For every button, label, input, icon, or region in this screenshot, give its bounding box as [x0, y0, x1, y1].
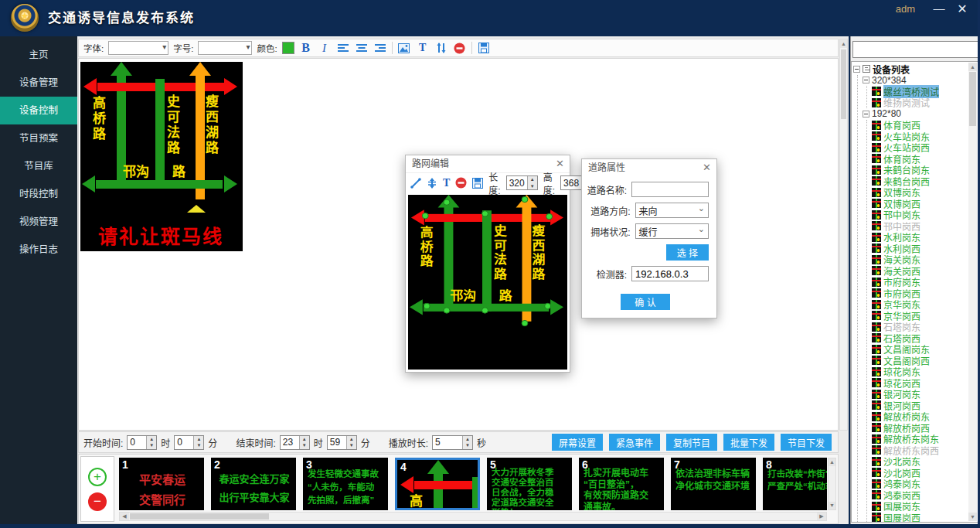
end-hour-spinner[interactable]: 23▲▼ [280, 435, 310, 450]
road-node-handle[interactable] [481, 210, 488, 216]
start-minute-spinner[interactable]: 0▲▼ [174, 435, 204, 450]
device-label[interactable]: 维扬岗测试 [883, 96, 930, 109]
insert-image-icon[interactable] [397, 41, 411, 55]
spin-up-icon[interactable]: ▲ [194, 436, 203, 443]
text-tool-icon[interactable]: T [416, 41, 430, 55]
select-detector-button[interactable]: 选 择 [666, 244, 709, 261]
spin-up-icon[interactable]: ▲ [300, 436, 309, 443]
text-tool-icon[interactable]: T [443, 176, 450, 189]
road-network-tool-icon[interactable] [434, 41, 448, 55]
road-node-handle[interactable] [544, 303, 551, 309]
font-size-select[interactable] [198, 41, 252, 55]
program-thumbnail-3[interactable]: 3发生轻微交通事故“人未伤，车能动先拍照，后撤离” [303, 458, 388, 510]
delete-icon[interactable] [453, 41, 467, 55]
action-button-4[interactable]: 批量下发 [723, 434, 774, 451]
sidebar-item-1[interactable]: 主页 [0, 41, 77, 69]
end-minute-spinner[interactable]: 59▲▼ [327, 435, 357, 450]
scroll-up-icon[interactable]: ▲ [829, 458, 835, 466]
align-right-icon[interactable] [373, 41, 387, 55]
device-search-input[interactable] [852, 41, 980, 58]
add-program-button[interactable]: + [88, 468, 107, 486]
line-tool-icon[interactable] [410, 176, 421, 189]
sidebar-item-8[interactable]: 操作日志 [0, 236, 77, 264]
sidebar-item-7[interactable]: 视频管理 [0, 208, 77, 236]
sidebar-item-5[interactable]: 节目库 [0, 152, 77, 180]
road-network-canvas[interactable]: 高桥路史可法路瘦西湖路邗沟路 [408, 195, 567, 370]
spin-up-icon[interactable]: ▲ [528, 176, 537, 183]
tree-vertical-scrollbar[interactable]: ▲ ▼ [968, 63, 977, 521]
scroll-down-icon[interactable]: ▼ [829, 502, 835, 509]
bold-icon[interactable]: B [299, 41, 313, 55]
road-node-handle[interactable] [481, 307, 488, 313]
program-thumbnail-7[interactable]: 7依法治理非标车辆 净化城市交通环境 [671, 458, 756, 510]
font-select[interactable] [108, 41, 168, 55]
length-spinner[interactable]: 320▲▼ [506, 175, 538, 190]
scrollbar-thumb[interactable] [130, 513, 269, 519]
sidebar-item-3[interactable]: 设备控制 [0, 97, 77, 124]
collapse-icon[interactable] [863, 111, 869, 118]
road-node-handle[interactable] [522, 196, 529, 203]
save-icon[interactable] [477, 41, 491, 55]
device-label[interactable]: 国展岗西 [883, 511, 920, 523]
spin-down-icon[interactable]: ▼ [463, 442, 472, 449]
duration-spinner[interactable]: 5▲▼ [432, 435, 473, 450]
scroll-right-icon[interactable]: ▶ [817, 513, 826, 520]
program-thumbnail-4[interactable]: 4高桥路史可法路瘦西湖路邗沟路请礼让斑马线 [395, 458, 480, 510]
start-hour-spinner[interactable]: 0▲▼ [127, 435, 157, 450]
spin-up-icon[interactable]: ▲ [347, 436, 356, 443]
tree-device-item[interactable]: 维扬岗测试 [872, 97, 968, 109]
action-button-2[interactable]: 紧急事件 [609, 434, 660, 451]
scroll-up-icon[interactable]: ▲ [840, 39, 847, 48]
road-direction-select[interactable]: 来向 [635, 203, 709, 218]
scroll-up-icon[interactable]: ▲ [968, 63, 977, 71]
spin-down-icon[interactable]: ▼ [194, 442, 203, 449]
road-name-input[interactable] [631, 182, 709, 197]
road-node-handle[interactable] [424, 303, 430, 309]
save-icon[interactable] [472, 176, 483, 189]
collapse-icon[interactable] [853, 66, 860, 73]
spin-down-icon[interactable]: ▼ [528, 183, 537, 190]
scroll-left-icon[interactable]: ◀ [120, 513, 129, 520]
italic-icon[interactable]: I [318, 41, 332, 55]
program-thumbnail-8[interactable]: 8打击改装“炸街” 严查严处“机动车” [763, 458, 827, 510]
sidebar-item-4[interactable]: 节目预案 [0, 124, 77, 152]
thumbnails-vertical-scrollbar[interactable]: ▲ ▼ [828, 458, 836, 510]
collapse-icon[interactable] [863, 77, 869, 83]
spin-down-icon[interactable]: ▼ [300, 442, 309, 449]
thumbnails-horizontal-scrollbar[interactable]: ◀ ▶ [119, 512, 827, 521]
remove-program-button[interactable]: − [88, 492, 107, 511]
scroll-down-icon[interactable]: ▼ [968, 513, 977, 521]
road-node-handle[interactable] [422, 213, 429, 219]
minimize-button[interactable]: — [931, 2, 948, 15]
program-thumbnail-2[interactable]: 2春运安全连万家出行平安靠大家 [211, 458, 296, 510]
scrollbar-thumb[interactable] [841, 49, 846, 119]
program-thumbnail-1[interactable]: 1平安春运交警同行 [119, 458, 204, 510]
close-window-button[interactable]: ✕ [954, 2, 971, 16]
spin-up-icon[interactable]: ▲ [463, 436, 472, 443]
action-button-5[interactable]: 节目下发 [781, 434, 832, 451]
spin-down-icon[interactable]: ▼ [347, 442, 356, 449]
align-center-icon[interactable] [355, 41, 369, 55]
road-node-handle[interactable] [444, 307, 451, 313]
program-thumbnail-5[interactable]: 5大力开展秋冬季交通安全整治百日会战，全力稳定道路交通安全形势！ [487, 458, 572, 510]
color-swatch[interactable] [282, 42, 294, 54]
sidebar-item-2[interactable]: 设备管理 [0, 69, 77, 97]
spin-up-icon[interactable]: ▲ [147, 436, 156, 443]
road-node-handle[interactable] [522, 320, 529, 326]
road-node-handle[interactable] [546, 213, 553, 220]
delete-icon[interactable] [455, 176, 467, 189]
align-left-icon[interactable] [336, 41, 350, 55]
road-node-handle[interactable] [444, 199, 451, 206]
scrollbar-thumb[interactable] [969, 72, 976, 126]
spin-down-icon[interactable]: ▼ [147, 442, 156, 449]
canvas-vertical-scrollbar[interactable]: ▲ [839, 39, 848, 431]
action-button-3[interactable]: 复制节目 [666, 434, 717, 451]
close-icon[interactable]: ✕ [556, 155, 564, 172]
congestion-select[interactable]: 缓行 [635, 223, 709, 239]
tree-device-item[interactable]: 国展岗西 [872, 512, 968, 523]
led-preview-panel[interactable]: 高桥路史可法路瘦西湖路邗沟路请礼让斑马线 [80, 62, 243, 251]
program-thumbnail-6[interactable]: 6扎实开展电动车“百日整治”，有效预防道路交通事故。 [579, 458, 664, 510]
close-icon[interactable]: ✕ [703, 159, 711, 176]
action-button-1[interactable]: 屏幕设置 [552, 434, 603, 451]
detector-input[interactable] [631, 266, 709, 281]
